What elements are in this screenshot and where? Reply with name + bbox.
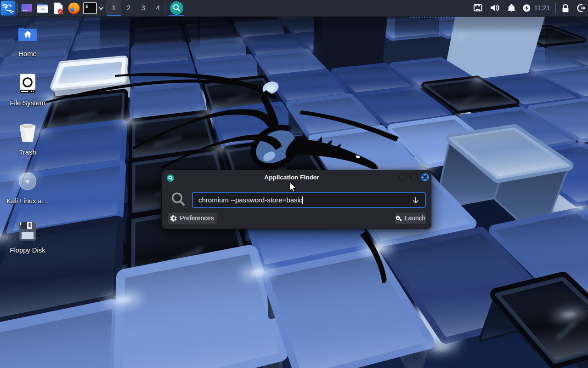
svg-text:$_: $_ (85, 5, 90, 9)
